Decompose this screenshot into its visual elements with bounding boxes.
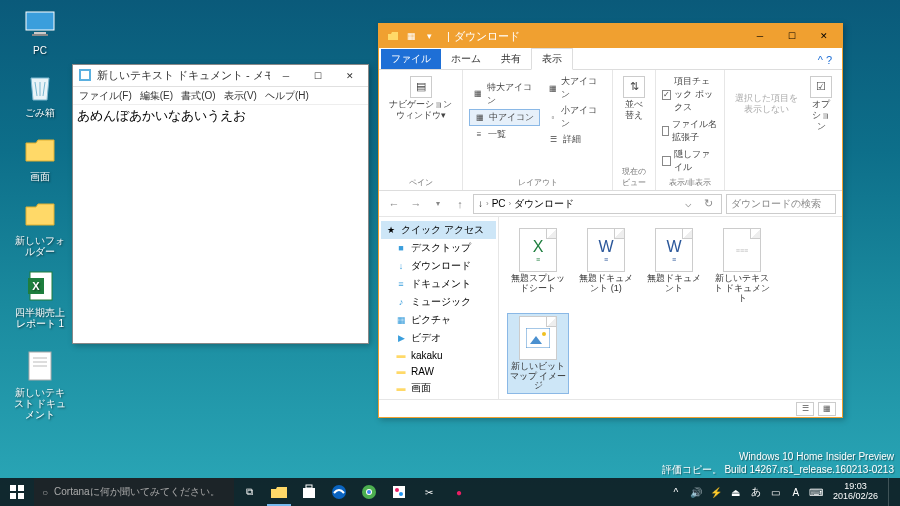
chk-item-checkboxes[interactable]: ✓項目チェック ボックス	[662, 74, 718, 115]
icons-view-button[interactable]: ▦	[818, 402, 836, 416]
svg-rect-12	[526, 328, 550, 348]
nav-pictures[interactable]: ▦ピクチャ	[381, 311, 496, 329]
tab-file[interactable]: ファイル	[381, 49, 441, 69]
svg-rect-16	[18, 485, 24, 491]
desktop-icon-recycle[interactable]: ごみ箱	[10, 68, 70, 119]
up-button[interactable]: ↑	[451, 195, 469, 213]
size-list[interactable]: ≡一覧	[469, 127, 540, 142]
size-extra-large[interactable]: ▦特大アイコン	[469, 80, 540, 108]
file-doc[interactable]: W≡ 無題ドキュメント	[643, 225, 705, 307]
start-button[interactable]	[0, 478, 34, 506]
menu-edit[interactable]: 編集(E)	[140, 89, 173, 102]
file-txt[interactable]: ≡≡≡ 新しいテキスト ドキュメント	[711, 225, 773, 307]
refresh-button[interactable]: ↻	[699, 195, 717, 213]
maximize-button[interactable]: ☐	[776, 26, 808, 46]
nav-desktop[interactable]: ■デスクトップ	[381, 239, 496, 257]
sort-button[interactable]: ⇅ 並べ替え	[619, 74, 649, 123]
taskbar-clock[interactable]: 19:03 2016/02/26	[829, 482, 882, 502]
details-view-button[interactable]: ☰	[796, 402, 814, 416]
file-pane[interactable]: X≡ 無題スプレッドシート W≡ 無題ドキュメント (1) W≡ 無題ドキュメン…	[499, 217, 842, 399]
ribbon-help-icon[interactable]: ^ ?	[808, 51, 842, 69]
nav-pane-icon: ▤	[410, 76, 432, 98]
menu-format[interactable]: 書式(O)	[181, 89, 215, 102]
show-desktop-button[interactable]	[888, 478, 894, 506]
word-icon: W≡	[655, 228, 693, 272]
size-details[interactable]: ☰詳細	[544, 132, 606, 147]
addr-dropdown[interactable]: ⌵	[679, 195, 697, 213]
tb-chrome[interactable]	[354, 478, 384, 506]
tb-snip[interactable]: ✂	[414, 478, 444, 506]
breadcrumb-pc[interactable]: PC	[492, 198, 506, 209]
qat-dropdown-icon[interactable]: ▾	[421, 28, 437, 44]
file-doc1[interactable]: W≡ 無題ドキュメント (1)	[575, 225, 637, 307]
tray-volume-icon[interactable]: 🔊	[689, 485, 703, 499]
desktop-icon-txt[interactable]: 新しいテキスト ドキュメント	[10, 348, 70, 421]
nav-quick-access[interactable]: ★クイック アクセス	[381, 221, 496, 239]
menu-view[interactable]: 表示(V)	[224, 89, 257, 102]
desktop-icon-pc[interactable]: PC	[10, 6, 70, 57]
menu-file[interactable]: ファイル(F)	[79, 89, 132, 102]
desktop-icon-excel[interactable]: X 四半期売上レポート 1	[10, 268, 70, 330]
minimize-button[interactable]: ─	[744, 26, 776, 46]
qat-properties-icon[interactable]: ▦	[403, 28, 419, 44]
notepad-content[interactable]: あめんぼあかいなあいうえお	[73, 105, 368, 343]
tb-explorer[interactable]	[264, 478, 294, 506]
nav-music[interactable]: ♪ミュージック	[381, 293, 496, 311]
svg-rect-11	[81, 71, 89, 79]
explorer-titlebar[interactable]: ▦ ▾ | ダウンロード ─ ☐ ✕	[379, 24, 842, 48]
close-button[interactable]: ✕	[808, 26, 840, 46]
tray-network-icon[interactable]: ⚡	[709, 485, 723, 499]
nav-documents[interactable]: ≡ドキュメント	[381, 275, 496, 293]
history-dropdown[interactable]: ▾	[429, 195, 447, 213]
tb-rec[interactable]: ●	[444, 478, 474, 506]
size-large[interactable]: ▦大アイコン	[544, 74, 606, 102]
size-small[interactable]: ▫小アイコン	[544, 103, 606, 131]
nav-raw[interactable]: ▬RAW	[381, 363, 496, 379]
forward-button[interactable]: →	[407, 195, 425, 213]
tray-sip-icon[interactable]: ⌨	[809, 485, 823, 499]
size-medium[interactable]: ▦中アイコン	[469, 109, 540, 126]
recycle-icon	[22, 68, 58, 104]
tab-home[interactable]: ホーム	[441, 49, 491, 69]
back-button[interactable]: ←	[385, 195, 403, 213]
excel-icon: X	[22, 268, 58, 304]
chk-hidden[interactable]: 隠しファイル	[662, 147, 718, 175]
maximize-button[interactable]: ☐	[302, 66, 334, 86]
nav-pane: ★クイック アクセス ■デスクトップ ↓ダウンロード ≡ドキュメント ♪ミュージ…	[379, 217, 499, 399]
tab-share[interactable]: 共有	[491, 49, 531, 69]
menu-help[interactable]: ヘルプ(H)	[265, 89, 309, 102]
notepad-titlebar[interactable]: 新しいテキスト ドキュメント - メモ帳 ─ ☐ ✕	[73, 65, 368, 87]
nav-screen[interactable]: ▬画面	[381, 379, 496, 397]
tray-ime-icon[interactable]: あ	[749, 485, 763, 499]
search-box[interactable]: ダウンロードの検索	[726, 194, 836, 214]
tb-store[interactable]	[294, 478, 324, 506]
tb-edge[interactable]	[324, 478, 354, 506]
breadcrumb-downloads[interactable]: ダウンロード	[514, 197, 574, 211]
txt-icon: ≡≡≡	[723, 228, 761, 272]
qat-folder-icon[interactable]	[385, 28, 401, 44]
hide-selected-button[interactable]: 選択した項目を 表示しない	[731, 91, 802, 117]
tray-ime-mode-icon[interactable]: A	[789, 485, 803, 499]
desktop-icon-newfolder[interactable]: 新しいフォルダー	[10, 196, 70, 258]
task-view-button[interactable]: ⧉	[234, 478, 264, 506]
address-bar[interactable]: ↓ › PC › ダウンロード ⌵↻	[473, 194, 722, 214]
close-button[interactable]: ✕	[334, 66, 366, 86]
file-spreadsheet[interactable]: X≡ 無題スプレッドシート	[507, 225, 569, 307]
file-bitmap[interactable]: 新しいビットマップ イメージ	[507, 313, 569, 395]
options-button[interactable]: ☑ オプション	[806, 74, 836, 133]
tab-view[interactable]: 表示	[531, 48, 573, 70]
cortana-search[interactable]: ○ Cortanaに何か聞いてみてください。	[34, 478, 234, 506]
chk-file-ext[interactable]: ファイル名拡張子	[662, 117, 718, 145]
location-bar: ← → ▾ ↑ ↓ › PC › ダウンロード ⌵↻ ダウンロードの検索	[379, 191, 842, 217]
nav-videos[interactable]: ▶ビデオ	[381, 329, 496, 347]
tray-up-icon[interactable]: ^	[669, 485, 683, 499]
nav-pane-button[interactable]: ▤ ナビゲーション ウィンドウ▾	[385, 74, 456, 123]
tray-action-icon[interactable]: ▭	[769, 485, 783, 499]
nav-kakaku[interactable]: ▬kakaku	[381, 347, 496, 363]
tray-usb-icon[interactable]: ⏏	[729, 485, 743, 499]
nav-downloads[interactable]: ↓ダウンロード	[381, 257, 496, 275]
minimize-button[interactable]: ─	[270, 66, 302, 86]
svg-point-24	[367, 490, 371, 494]
desktop-icon-screen[interactable]: 画面	[10, 132, 70, 183]
tb-paint[interactable]	[384, 478, 414, 506]
